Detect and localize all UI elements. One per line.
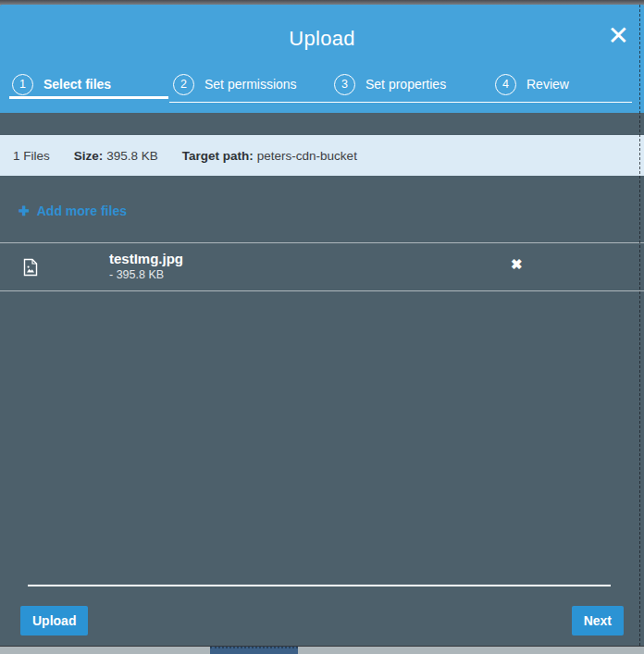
- step-tabs: 1 Select files 2 Set permissions 3 Set p…: [0, 70, 644, 98]
- image-file-icon: [23, 258, 38, 277]
- file-count: 1 Files: [13, 149, 50, 163]
- tab-review[interactable]: 4 Review: [483, 70, 644, 98]
- tab-select-files[interactable]: 1 Select files: [0, 70, 161, 98]
- step-2-badge: 2: [173, 74, 194, 95]
- upload-button[interactable]: Upload: [20, 606, 88, 635]
- step-4-badge: 4: [495, 74, 516, 95]
- step-number: 4: [502, 79, 509, 91]
- target-path-label: Target path:: [182, 149, 254, 163]
- step-label: Select files: [43, 77, 111, 92]
- dialog-title: Upload: [0, 27, 644, 51]
- size-value: 395.8 KB: [106, 149, 158, 163]
- tabs-baseline: [169, 102, 632, 103]
- close-button[interactable]: ✕: [608, 23, 629, 49]
- remove-icon: ✖: [511, 256, 523, 272]
- tab-set-properties[interactable]: 3 Set properties: [322, 70, 483, 98]
- target-path: Target path:peters-cdn-bucket: [182, 149, 357, 163]
- step-1-badge: 1: [12, 74, 33, 95]
- step-3-badge: 3: [334, 74, 355, 95]
- footer-divider: [28, 585, 611, 586]
- size-label: Size:: [74, 149, 104, 163]
- step-label: Set permissions: [204, 77, 297, 92]
- upload-summary-bar: 1 Files Size:395.8 KB Target path:peters…: [0, 135, 644, 176]
- file-list: testImg.jpg - 395.8 KB ✖: [0, 242, 644, 291]
- background-element-behind-modal: [210, 647, 298, 654]
- focus-outline-right: [639, 5, 640, 646]
- file-meta: testImg.jpg - 395.8 KB: [109, 251, 183, 281]
- plus-icon: ✚: [19, 204, 30, 217]
- dialog-header: Upload ✕ 1 Select files 2 Set permission…: [0, 5, 644, 113]
- tab-set-permissions[interactable]: 2 Set permissions: [161, 70, 322, 98]
- page-background: Upload ✕ 1 Select files 2 Set permission…: [0, 0, 644, 654]
- upload-dialog: Upload ✕ 1 Select files 2 Set permission…: [0, 5, 644, 647]
- step-label: Review: [526, 77, 569, 92]
- step-number: 3: [341, 79, 348, 91]
- next-button[interactable]: Next: [572, 606, 624, 635]
- file-row: testImg.jpg - 395.8 KB ✖: [0, 242, 644, 291]
- add-more-files-label: Add more files: [37, 204, 127, 218]
- file-name: testImg.jpg: [109, 251, 183, 266]
- file-size: - 395.8 KB: [109, 268, 183, 281]
- page-bottom-strip: [0, 647, 644, 654]
- target-path-value: peters-cdn-bucket: [257, 149, 357, 163]
- step-number: 1: [19, 79, 26, 91]
- add-more-files-button[interactable]: ✚ Add more files: [19, 204, 127, 218]
- step-label: Set properties: [365, 77, 446, 92]
- step-number: 2: [180, 79, 187, 91]
- remove-file-button[interactable]: ✖: [511, 256, 523, 273]
- total-size: Size:395.8 KB: [74, 149, 158, 163]
- active-tab-underline: [9, 96, 168, 99]
- close-icon: ✕: [608, 21, 629, 50]
